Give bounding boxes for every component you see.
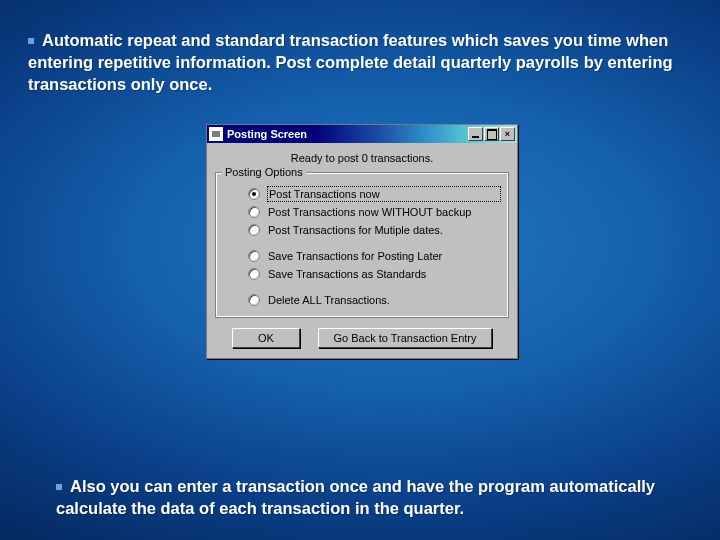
maximize-button[interactable] [484, 127, 499, 141]
go-back-button[interactable]: Go Back to Transaction Entry [318, 328, 492, 348]
minimize-button[interactable] [468, 127, 483, 141]
option-save-for-later[interactable]: Save Transactions for Posting Later [224, 247, 500, 265]
option-post-multiple-dates[interactable]: Post Transactions for Mutiple dates. [224, 221, 500, 239]
option-label: Post Transactions now WITHOUT backup [268, 205, 500, 219]
slide-footer: Also you can enter a transaction once an… [56, 476, 686, 520]
option-label: Post Transactions for Mutiple dates. [268, 223, 500, 237]
radio-icon [248, 294, 260, 306]
window-body: Ready to post 0 transactions. Posting Op… [207, 143, 517, 358]
option-label: Save Transactions for Posting Later [268, 249, 500, 263]
option-delete-all[interactable]: Delete ALL Transactions. [224, 291, 500, 309]
slide-heading: Automatic repeat and standard transactio… [28, 30, 692, 95]
radio-icon [248, 188, 260, 200]
heading-text: Automatic repeat and standard transactio… [28, 31, 673, 93]
radio-icon [248, 250, 260, 262]
close-button[interactable]: × [500, 127, 515, 141]
option-post-now-no-backup[interactable]: Post Transactions now WITHOUT backup [224, 203, 500, 221]
footer-text-content: Also you can enter a transaction once an… [56, 477, 655, 517]
bullet-icon [56, 477, 70, 495]
option-label: Delete ALL Transactions. [268, 293, 500, 307]
app-icon [209, 127, 223, 141]
titlebar-buttons: × [467, 127, 515, 141]
radio-icon [248, 206, 260, 218]
option-post-now[interactable]: Post Transactions now [224, 185, 500, 203]
posting-options-group: Posting Options Post Transactions now Po… [215, 172, 509, 318]
radio-icon [248, 224, 260, 236]
posting-screen-window: Posting Screen × Ready to post 0 transac… [206, 124, 518, 359]
option-label: Post Transactions now [268, 187, 500, 201]
option-label: Save Transactions as Standards [268, 267, 500, 281]
group-legend: Posting Options [222, 166, 306, 178]
ok-button[interactable]: OK [232, 328, 300, 348]
dialog-buttons: OK Go Back to Transaction Entry [215, 328, 509, 348]
titlebar[interactable]: Posting Screen × [207, 125, 517, 143]
window-title: Posting Screen [227, 128, 467, 140]
option-save-as-standards[interactable]: Save Transactions as Standards [224, 265, 500, 283]
bullet-icon [28, 31, 42, 49]
radio-icon [248, 268, 260, 280]
